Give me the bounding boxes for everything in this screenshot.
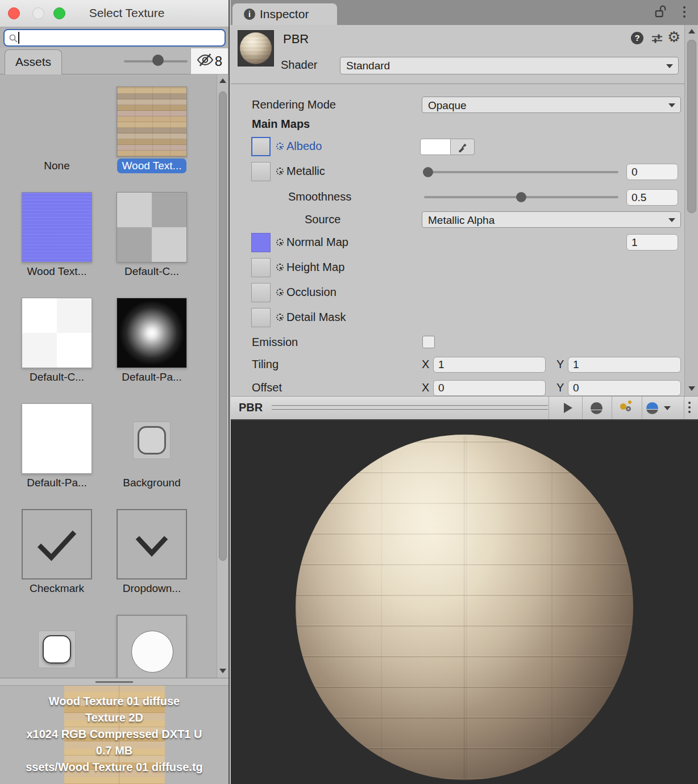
- scroll-up-icon[interactable]: [219, 78, 226, 83]
- scroll-up-icon[interactable]: [688, 29, 695, 34]
- preview-sphere[interactable]: [296, 435, 633, 780]
- gear-icon[interactable]: ⚙: [667, 30, 680, 44]
- height-map-target-icon[interactable]: [276, 264, 284, 271]
- material-preview-viewport[interactable]: [231, 420, 698, 784]
- close-button[interactable]: [8, 7, 20, 19]
- knob-thumbnail: [38, 631, 76, 668]
- texture-item-label: Default-Pa...: [11, 476, 102, 490]
- window-titlebar: Select Texture: [0, 0, 228, 27]
- inspector-tab-strip: i Inspector: [231, 0, 698, 25]
- chevron-thumbnail: [117, 509, 187, 579]
- texture-item-label: Wood Text...: [11, 264, 102, 279]
- texture-item-label: Default-C...: [106, 264, 197, 279]
- hidden-assets-toggle[interactable]: 8: [190, 48, 228, 74]
- detail-mask-label: Detail Mask: [286, 309, 346, 326]
- lighting-icon[interactable]: [620, 401, 634, 415]
- occlusion-label: Occlusion: [286, 284, 336, 301]
- detail-mask-target-icon[interactable]: [276, 314, 284, 321]
- lock-icon[interactable]: [655, 5, 666, 22]
- chevron-down-icon: [118, 510, 186, 578]
- offset-y-label: Y: [556, 380, 564, 396]
- offset-label: Offset: [252, 380, 282, 396]
- inspector-scrollbar-track[interactable]: [684, 25, 698, 396]
- hidden-assets-count: 8: [215, 53, 222, 69]
- metallic-value-field[interactable]: 0: [626, 164, 678, 180]
- smoothness-value-field[interactable]: 0.5: [626, 189, 678, 206]
- rendering-mode-label: Rendering Mode: [252, 97, 336, 113]
- tiling-x-label: X: [422, 356, 429, 373]
- thumbnail-size-slider-thumb[interactable]: [152, 55, 164, 66]
- emission-checkbox[interactable]: [422, 336, 435, 348]
- detail-mask-texture-slot[interactable]: [251, 308, 271, 327]
- source-label: Source: [305, 211, 340, 228]
- albedo-color-swatch[interactable]: [420, 139, 451, 155]
- texture-item-label: Default-Pa...: [106, 370, 197, 385]
- grid-scrollbar-track[interactable]: [217, 74, 228, 678]
- albedo-target-icon[interactable]: [276, 143, 284, 150]
- preview-drag-handle[interactable]: [272, 405, 548, 411]
- grid-scrollbar-thumb[interactable]: [219, 91, 227, 561]
- tab-menu-icon[interactable]: [683, 6, 685, 18]
- mesh-sphere-icon[interactable]: [591, 402, 603, 414]
- metallic-slider-thumb[interactable]: [423, 167, 433, 177]
- environment-caret-icon[interactable]: [664, 406, 671, 410]
- shader-dropdown[interactable]: Standard: [340, 57, 679, 74]
- tiling-y-label: Y: [556, 356, 564, 373]
- unity-editor: Select Texture Assets: [0, 0, 698, 784]
- tab-assets[interactable]: Assets: [5, 49, 62, 75]
- shader-label: Shader: [281, 59, 318, 72]
- metallic-slider-track[interactable]: [424, 171, 618, 173]
- smoothness-slider-track[interactable]: [424, 196, 618, 198]
- scroll-down-icon[interactable]: [219, 669, 226, 673]
- metallic-target-icon[interactable]: [276, 168, 284, 175]
- circle-thumbnail: [117, 615, 187, 678]
- height-map-label: Height Map: [286, 259, 344, 276]
- texture-item-label: Background: [106, 476, 197, 490]
- occlusion-target-icon[interactable]: [276, 289, 284, 296]
- scroll-down-icon[interactable]: [688, 386, 695, 391]
- normal-map-scale-field[interactable]: 1: [626, 234, 678, 251]
- tiling-y-field[interactable]: 1: [568, 357, 681, 373]
- offset-x-field[interactable]: 0: [433, 380, 546, 396]
- albedo-texture-slot[interactable]: [251, 137, 271, 156]
- tab-inspector[interactable]: i Inspector: [232, 3, 337, 25]
- metallic-texture-slot[interactable]: [251, 162, 271, 181]
- checkmark-thumbnail: [22, 509, 92, 579]
- normal-map-target-icon[interactable]: [276, 239, 284, 246]
- texture-item-label-selected: Wood Text...: [106, 159, 197, 173]
- tiling-x-field[interactable]: 1: [433, 357, 546, 373]
- rendering-mode-dropdown[interactable]: Opaque: [422, 97, 681, 113]
- smoothness-slider-thumb[interactable]: [516, 192, 526, 202]
- texture-size: 0.7 MB: [0, 743, 228, 759]
- select-texture-window: Select Texture Assets: [0, 0, 230, 784]
- asset-browser-tab-bar: Assets 8: [0, 48, 228, 74]
- height-map-texture-slot[interactable]: [251, 258, 271, 277]
- offset-y-field[interactable]: 0: [568, 380, 681, 396]
- texture-grid: None Wood Text... Wood Text... Default-C…: [0, 74, 228, 678]
- preview-menu-icon[interactable]: [688, 402, 691, 413]
- texture-item-label: Default-C...: [11, 370, 102, 385]
- occlusion-texture-slot[interactable]: [251, 283, 271, 302]
- color-picker-button[interactable]: [451, 139, 475, 155]
- resize-grip-icon: [95, 681, 133, 683]
- help-icon[interactable]: ?: [631, 32, 643, 44]
- texture-item-label: None: [11, 159, 102, 173]
- main-maps-heading: Main Maps: [252, 116, 310, 132]
- texture-preview-panel: Wood Texture 01 diffuse Texture 2D x1024…: [0, 686, 228, 784]
- texture-type: Texture 2D: [0, 710, 228, 726]
- environment-sphere-icon[interactable]: [646, 402, 658, 414]
- texture-format: x1024 RGB Compressed DXT1 U: [0, 726, 228, 743]
- presets-icon[interactable]: [650, 32, 664, 48]
- play-icon[interactable]: [564, 403, 572, 413]
- checker-gray-thumbnail: [117, 192, 187, 262]
- texture-item-label: Dropdown...: [106, 581, 197, 596]
- source-dropdown[interactable]: Metallic Alpha: [422, 211, 681, 228]
- normal-map-texture-slot[interactable]: [251, 233, 271, 252]
- material-properties: Rendering Mode Opaque Main Maps Albedo: [231, 84, 698, 396]
- panel-resize-handle[interactable]: [0, 678, 228, 686]
- normal-map-label: Normal Map: [286, 234, 348, 251]
- material-header: PBR ? ⚙ Shader Standard: [231, 25, 698, 84]
- inspector-scrollbar-thumb[interactable]: [687, 40, 696, 213]
- preview-title: PBR: [239, 401, 263, 414]
- search-input[interactable]: [3, 29, 226, 47]
